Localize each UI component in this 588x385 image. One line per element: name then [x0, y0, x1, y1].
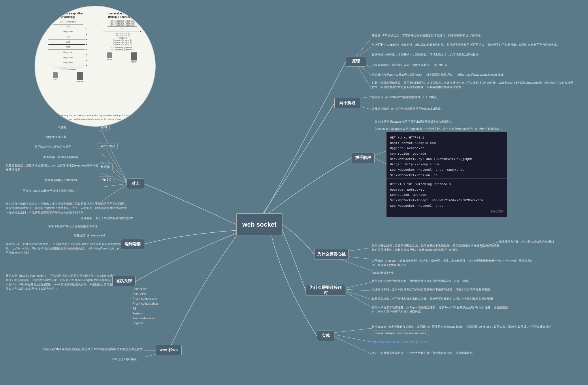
yuanli-item-3: 数据格式比较轻量，性能开销小，通信高效。可以发送文本，也可以发送二进制数据。: [372, 52, 481, 57]
svg-line-20: [346, 282, 372, 288]
yuanli-item-6: 它是一种双向通信协议，采用异步回调的方式推送消息，当建立通信连接，可以保到持久性…: [372, 81, 574, 89]
code-response-text: HTTP/1.1 101 Switching Protocols Upgrade…: [390, 182, 504, 208]
duibi-changlianjie[interactable]: 长连接: [98, 164, 113, 170]
duibi-http2[interactable]: http 2.0: [98, 177, 114, 182]
svg-line-24: [334, 328, 372, 333]
xintiao-item-2: 由于client-> server 中间有很多代理，包括客户端代理，NAT，反向…: [372, 259, 496, 267]
lianjiechao-item-2: 当连接很多时，及时削短那些建立好的但又长时间不做事的连接，以减少其之间的服务器资…: [372, 287, 490, 292]
code-request-box: GET /chat HTTP/1.1 Host: server.example.…: [386, 132, 507, 181]
shijian-class[interactable]: ConcurrentWebSocketSessionDecorator: [372, 331, 429, 336]
duibi-paidu: 虽然是复连接，但是请求还是排队，req 无需等待特定response,期间不能发…: [6, 164, 104, 172]
branch-shijian[interactable]: 实践: [317, 331, 334, 341]
branch-wss[interactable]: wss 和ws: [156, 345, 182, 355]
shijian-link[interactable]: https://my.oschina.net/HY1024/blog/16243…: [372, 340, 429, 344]
shijian-warn: 警告：如果消息量非常大，一个业务线程可能一直负责发送消息，但是根率较低: [372, 351, 473, 355]
liangge-item-2: 连接建立阶段 建立连接后通信使用websocket协议。: [372, 107, 444, 111]
central-node-label: web socket: [242, 221, 277, 228]
xintiao-right-2: 每一个连接都占用服务器的: [499, 259, 533, 263]
liangge-item-1: 握手阶段 websocket握手需要借助于HTTP协议。: [372, 95, 440, 99]
xintiao-item-1: 如果没有心跳包，链路意外断线之后，如果服务端不发送数据，是无连感知的,同样服务端…: [372, 243, 502, 252]
svg-line-8: [101, 130, 127, 181]
svg-line-14: [101, 184, 127, 202]
xintiao-item-3: tcp 心跳时间大小: [372, 271, 394, 275]
dengdai: 等待轮询,客户端无法使用连接主动推送: [48, 224, 97, 228]
branch-liangge[interactable]: 两个阶段: [334, 98, 360, 108]
duibi-buji: 不及时: [58, 125, 66, 130]
svg-line-5: [356, 63, 372, 89]
code-request-text: GET /chat HTTP/1.1 Host: server.example.…: [390, 135, 504, 178]
branch-duandui[interactable]: 端到端部: [121, 239, 144, 249]
ziyou: 自有协议 websocket: [74, 233, 105, 238]
svg-line-22: [346, 291, 372, 299]
yuanli-item-4: 没有同源限制，客户端可以与任意服务器通信。 http 有: [372, 63, 447, 67]
pipeline-diagram: Connection: Keep-Alive(Pipelining) TCP H…: [35, 6, 156, 127]
multiconn-title: Connection: Keep-Alive(Multiple Connecti…: [108, 12, 137, 19]
yuanli-item-5: 协议标识符是ws（如果加密，则为wss），服务器网址就是URL。（例如：ws:/…: [372, 73, 506, 77]
duibi-longtext: 客户端首先给服务端发送一个请求，服务端收到请求之后如果数据发生更新则回不不同的回…: [6, 202, 127, 215]
branch-xintiao[interactable]: 为什么需要心跳: [314, 249, 349, 259]
duibi-fuyong: 复用http连接，避免三次握手: [35, 145, 71, 149]
branch-duibi[interactable]: 对比: [127, 179, 144, 189]
response-label: 服务文案例: [390, 210, 504, 214]
lianjiechao-item-4: 如果用户请求了动态服务，到 Nginx 就会建立连接，请求 FastCGI 服务…: [372, 305, 510, 314]
lianjiechao-item-3: 如果服务攻击，会不断地和服务器建立连接，因此设置连接超时口以防止大量消耗服务器的…: [372, 297, 493, 301]
duibi-duoci: 可多次reponse.(相当于提供了推送的能力): [23, 189, 77, 193]
branch-woshou[interactable]: 握手阶段: [352, 153, 375, 163]
shijian-decorator: 解决session 被多个线程发送时的并发问题 原理是先前的send buffe…: [372, 325, 552, 329]
svg-line-23: [346, 292, 372, 308]
duibi-pinlv: 频繁服务器轮截: [46, 135, 66, 139]
branch-lianjiechao[interactable]: 为什么需要连接超时: [306, 285, 346, 295]
woshou-note1: 客户端通过 Upgrade 永层字段列出所希望升级到的协议版本。: [375, 120, 454, 124]
svg-line-21: [346, 289, 372, 291]
tiaodan-list: ConnectionKeep-AliveProxy-AuthenticatePr…: [133, 287, 158, 326]
duibi-jiasu: 加速传输，避免响应的影响: [43, 155, 78, 159]
central-node[interactable]: web socket: [236, 213, 282, 236]
wss-note-main: 实际上在https 握手阶段之前已经完成了ssl/tls 的秘钥协商 之后的交互…: [43, 347, 143, 351]
yuanli-item-1: 建立在 TCP 协议之上，它需要通过握手连接之后才能通信，服务器端的实现比较容易…: [372, 33, 483, 37]
svg-line-25: [334, 335, 372, 342]
duibi-keepalive[interactable]: keep-alive: [98, 143, 118, 149]
shixian-fuzha: 实现复杂 基于长轮询的服务端推送技术: [81, 216, 133, 220]
woshou-note2: Connection: Upgrade 表示Upgrade是一个逐跳字段，这个头…: [375, 127, 502, 131]
code-response-box: HTTP/1.1 101 Switching Protocols Upgrade…: [386, 179, 507, 217]
lianjiechao-item-1: 将用完的连接设为尽快超时，可以保护服务器的系统资源(CPU、内存、磁盘): [372, 279, 469, 283]
tiaodan-text: 逐跳头部（hop-by-hop header），用来描述当前浏览器与直接服务器（…: [6, 274, 118, 291]
pipeline-title: Connection: Keep-Alive(Pipelining): [53, 12, 83, 19]
mindmap-container: Connection: Keep-Alive(Pipelining) TCP H…: [0, 0, 588, 385]
duibi-duolu: 多路复用(相当于channel): [45, 178, 77, 182]
duandui-text: 端到端头部（end-to-end header），用来描述这个浏览器和最终处理请…: [6, 242, 127, 255]
xintiao-right-1: 代理果没有心跳，但也无法感知客户端 断线: [499, 240, 554, 244]
svg-line-26: [334, 337, 372, 354]
svg-line-13: [101, 184, 127, 187]
wss-label: wss 基于https 协议: [112, 357, 137, 361]
yuanli-item-2: 与 HTTP 协议有着良好的兼容性。默认端口也是80和443，并且握手阶段采用 …: [372, 43, 560, 47]
svg-line-0: [356, 37, 372, 56]
branch-yuanli[interactable]: 原理: [346, 56, 366, 67]
branch-tiaodan[interactable]: 逐跳头部: [112, 276, 135, 286]
